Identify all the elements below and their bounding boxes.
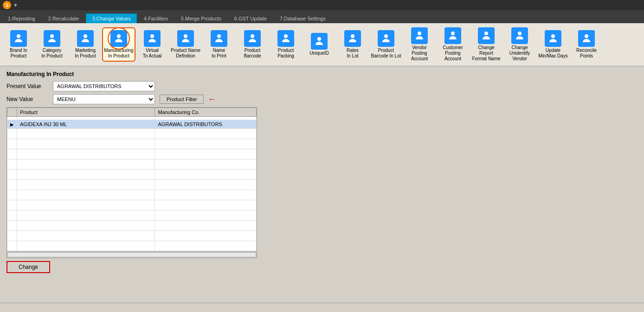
title-bar: S ▼ [0, 0, 644, 10]
btn-virtual-to-actual[interactable]: VirtualTo Actual [135, 28, 169, 61]
table-row[interactable]: ▶ AGIDEXA INJ 30 ML AGRAWAL DISTRIBUTORS [7, 120, 257, 129]
tab-reposting[interactable]: 1.Reposting [2, 13, 41, 23]
btn-update-min-max-days-label: UpdateMin/Max Days [538, 48, 567, 59]
btn-marketing-label: MarketingIn Product [75, 48, 96, 59]
svg-point-15 [518, 32, 522, 35]
btn-rates-in-lot[interactable]: RatesIn Lot [336, 28, 369, 61]
btn-update-min-max-days[interactable]: UpdateMin/Max Days [536, 28, 570, 61]
table-row[interactable] [7, 149, 257, 159]
present-value-label: Present Value [6, 83, 53, 89]
update-min-max-days-icon [545, 30, 561, 47]
btn-name-to-print-label: Nameto Print [212, 48, 226, 59]
product-packing-icon [277, 30, 294, 47]
svg-point-9 [317, 37, 321, 41]
svg-point-16 [551, 34, 555, 38]
reconcile-points-icon [578, 30, 595, 47]
table-row[interactable] [7, 210, 257, 221]
table-row[interactable] [7, 180, 257, 190]
svg-point-3 [117, 34, 121, 38]
btn-customer-posting-label: CustomerPosting Account [438, 45, 468, 62]
table-row[interactable] [7, 231, 257, 241]
btn-product-barcode[interactable]: ProductBarcode [236, 28, 269, 61]
change-report-format-name-icon [478, 27, 495, 44]
btn-uniqueid[interactable]: UniqueID [303, 31, 336, 58]
row-indicator [7, 117, 17, 120]
btn-product-packing-label: ProductPacking [277, 48, 294, 59]
table-row[interactable] [7, 159, 257, 170]
tab-change-values[interactable]: 3.Change Values [86, 13, 137, 23]
col-indicator [7, 108, 17, 117]
table-row[interactable] [7, 129, 257, 139]
svg-point-7 [251, 34, 254, 38]
btn-manufacturing-in-product[interactable]: ManufacturingIn Product [102, 27, 135, 62]
present-value-row: Present Value AGRAWAL DISTRIBUTORS MEENU… [6, 81, 638, 91]
btn-marketing-in-product[interactable]: MarketingIn Product [69, 28, 102, 61]
status-bar [0, 303, 644, 312]
btn-reconcile-points-label: ReconcilePoints [576, 48, 597, 59]
change-btn-row: Change [6, 261, 638, 273]
table-row[interactable] [7, 241, 257, 251]
manufacturing-co-cell [155, 117, 257, 120]
btn-change-unidentify-vendor[interactable]: ChangeUnidentify Vendor [503, 25, 536, 64]
btn-product-barcode-in-lot-label: ProductBarcode In Lot [371, 48, 401, 59]
btn-change-report-format-name[interactable]: Change ReportFormat Name [470, 25, 503, 64]
btn-product-name-definition[interactable]: Product NameDefinition [169, 28, 202, 61]
btn-product-barcode-in-lot[interactable]: ProductBarcode In Lot [369, 28, 403, 61]
present-value-select[interactable]: AGRAWAL DISTRIBUTORS MEENU OTHER [53, 81, 155, 91]
tab-merge-products[interactable]: 5.Merge Products [175, 13, 227, 23]
btn-reconcile-points[interactable]: ReconcilePoints [570, 28, 603, 61]
scrollbar-track [7, 252, 256, 257]
product-barcode-in-lot-icon [378, 30, 394, 47]
tab-database-settings[interactable]: 7.Database Settings [274, 13, 332, 23]
main-content: Manufacturing In Product Present Value A… [0, 66, 644, 298]
btn-rates-in-lot-label: RatesIn Lot [347, 48, 359, 59]
svg-point-4 [150, 34, 154, 38]
svg-point-2 [84, 34, 87, 38]
app-icon: S [3, 1, 11, 9]
table-row[interactable] [7, 139, 257, 149]
new-value-row: New Value MEENU AGRAWAL DISTRIBUTORS OTH… [6, 94, 638, 104]
tab-recalculate[interactable]: 2.Recalculate [42, 13, 85, 23]
btn-category-label: CategoryIn Product [41, 48, 63, 59]
col-product-header: Product [17, 108, 155, 117]
svg-point-17 [585, 34, 588, 38]
tab-facilities[interactable]: 4.Facilities [138, 13, 174, 23]
table-row[interactable] [7, 170, 257, 180]
btn-vendor-posting-account[interactable]: Vendor PostingAccount [403, 25, 436, 64]
brand-in-product-icon [10, 30, 27, 47]
table-row[interactable] [7, 117, 257, 120]
btn-product-barcode-label: ProductBarcode [244, 48, 261, 59]
btn-category-in-product[interactable]: CategoryIn Product [35, 28, 69, 61]
manufacturing-co-cell: AGRAWAL DISTRIBUTORS [155, 120, 257, 129]
panel-title: Manufacturing In Product [6, 71, 638, 77]
table-row[interactable] [7, 190, 257, 200]
tab-gst-update[interactable]: 6.GST Update [228, 13, 273, 23]
menu-tabs: 1.Reposting 2.Recalculate 3.Change Value… [0, 10, 644, 23]
table-row[interactable] [7, 200, 257, 210]
data-table-container: Product Manufacturing Co. ▶ AGIDEX [6, 107, 257, 258]
app-title: ▼ [13, 2, 18, 8]
svg-point-8 [284, 34, 288, 38]
filter-arrow-indicator: ← [207, 95, 216, 104]
product-cell: AGIDEXA INJ 30 ML [17, 120, 155, 129]
btn-uniqueid-label: UniqueID [309, 51, 329, 56]
svg-point-12 [418, 32, 421, 35]
change-button[interactable]: Change [6, 261, 50, 273]
uniqueid-icon [311, 33, 328, 50]
table-horizontal-scrollbar[interactable] [7, 251, 257, 258]
btn-manufacturing-label: ManufacturingIn Product [104, 48, 133, 59]
btn-brand-in-product-label: Brand InProduct [10, 48, 27, 59]
svg-point-1 [50, 34, 54, 38]
btn-name-to-print[interactable]: Nameto Print [202, 28, 236, 61]
row-indicator: ▶ [7, 120, 17, 129]
table-row[interactable] [7, 221, 257, 231]
btn-brand-in-product[interactable]: Brand InProduct [2, 28, 35, 61]
new-value-select[interactable]: MEENU AGRAWAL DISTRIBUTORS OTHER [53, 94, 155, 104]
btn-product-packing[interactable]: ProductPacking [269, 28, 303, 61]
svg-point-14 [484, 32, 488, 35]
toolbar: Brand InProduct CategoryIn Product Marke… [0, 23, 644, 66]
marketing-in-product-icon [77, 30, 94, 47]
svg-point-11 [384, 34, 388, 38]
product-filter-button[interactable]: Product Filter [160, 95, 204, 104]
btn-customer-posting-account[interactable]: CustomerPosting Account [436, 25, 470, 64]
